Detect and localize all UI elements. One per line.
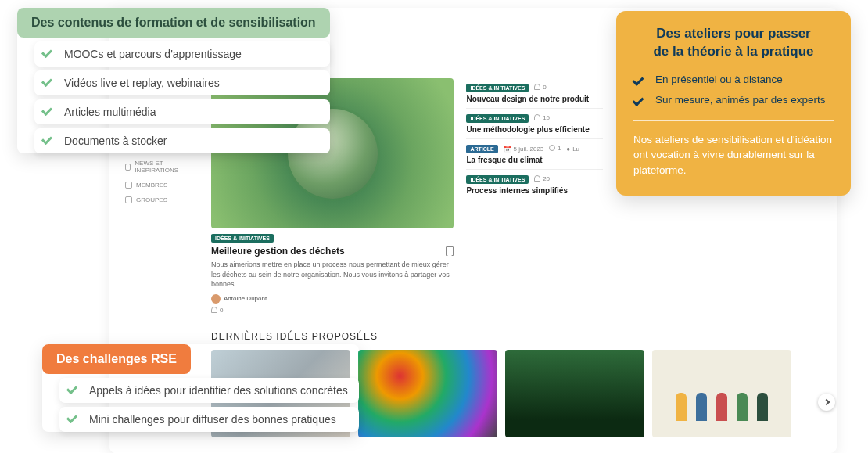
item-count: 20 bbox=[534, 175, 550, 182]
item-title: Process internes simplifiés bbox=[466, 186, 603, 195]
section-header: DERNIÈRES IDÉES PROPOSÉES bbox=[211, 331, 829, 342]
category-tag: IDÉES & INITIATIVES bbox=[466, 84, 529, 92]
check-icon bbox=[67, 383, 81, 397]
users-icon bbox=[534, 175, 540, 182]
check-icon bbox=[67, 412, 81, 426]
item-date: 📅 5 juil. 2023 bbox=[504, 146, 544, 153]
sidebar-item-news[interactable]: NEWS ET INSPIRATIONS bbox=[109, 156, 199, 178]
check-icon bbox=[42, 76, 56, 90]
groups-icon bbox=[125, 196, 132, 203]
news-icon bbox=[125, 164, 131, 171]
formation-header: Des contenus de formation et de sensibil… bbox=[17, 8, 330, 38]
users-icon bbox=[211, 307, 217, 313]
side-list-item[interactable]: IDÉES & INITIATIVES 16 Une méthodologie … bbox=[466, 109, 603, 139]
side-list-item[interactable]: ARTICLE 📅 5 juil. 2023 1 ● Lu La fresque… bbox=[466, 139, 603, 170]
side-list: IDÉES & INITIATIVES 0 Nouveau design de … bbox=[466, 78, 603, 200]
category-tag: ARTICLE bbox=[466, 145, 497, 153]
workshops-item-label: Sur mesure, animés par des experts bbox=[655, 94, 826, 106]
item-title: La fresque du climat bbox=[466, 156, 603, 164]
eye-icon bbox=[549, 145, 555, 151]
workshops-title: Des ateliers pour passer de la théorie à… bbox=[633, 25, 834, 61]
formation-item: Articles multimédia bbox=[34, 99, 330, 124]
featured-title: Meilleure gestion des déchets bbox=[211, 246, 454, 257]
sidebar-item-members[interactable]: MEMBRES bbox=[109, 178, 199, 192]
idea-card[interactable] bbox=[652, 350, 791, 437]
category-tag: IDÉES & INITIATIVES bbox=[466, 114, 529, 123]
idea-card[interactable] bbox=[505, 350, 644, 437]
overlay-formation: Des contenus de formation et de sensibil… bbox=[17, 8, 330, 153]
item-count: 0 bbox=[534, 84, 546, 91]
featured-card: IDÉES & INITIATIVES Meilleure gestion de… bbox=[211, 233, 454, 314]
overlay-workshops: Des ateliers pour passer de la théorie à… bbox=[616, 11, 851, 196]
check-icon bbox=[42, 105, 56, 119]
sidebar-item-groups[interactable]: GROUPES bbox=[109, 192, 199, 207]
formation-item-label: MOOCs et parcours d'apprentissage bbox=[64, 48, 242, 60]
featured-count: 0 bbox=[211, 307, 454, 314]
check-icon bbox=[633, 74, 647, 88]
sidebar-label: GROUPES bbox=[136, 196, 167, 203]
challenges-item-label: Mini challenges pour diffuser des bonnes… bbox=[89, 413, 336, 426]
idea-card[interactable] bbox=[358, 350, 497, 437]
chevron-right-icon bbox=[823, 399, 830, 405]
workshops-item-label: En présentiel ou à distance bbox=[655, 74, 783, 85]
item-views: 1 bbox=[549, 145, 561, 152]
workshops-list: En présentiel ou à distance Sur mesure, … bbox=[633, 74, 834, 108]
challenges-item: Mini challenges pour diffuser des bonnes… bbox=[59, 407, 359, 432]
formation-item: Documents à stocker bbox=[34, 128, 330, 153]
users-icon bbox=[534, 84, 540, 90]
users-icon bbox=[534, 114, 540, 120]
item-title: Nouveau design de notre produit bbox=[466, 95, 603, 103]
item-title: Une méthodologie plus efficiente bbox=[466, 125, 603, 134]
sidebar-label: MEMBRES bbox=[136, 182, 167, 189]
featured-author[interactable]: Antoine Dupont bbox=[211, 294, 454, 304]
side-list-item[interactable]: IDÉES & INITIATIVES 0 Nouveau design de … bbox=[466, 78, 603, 109]
category-tag: IDÉES & INITIATIVES bbox=[466, 175, 529, 184]
workshops-body: Nos ateliers de sensibilisation et d'idé… bbox=[633, 132, 834, 178]
challenges-item: Appels à idées pour identifier des solut… bbox=[59, 378, 359, 403]
members-icon bbox=[125, 182, 132, 189]
item-read: ● Lu bbox=[566, 146, 579, 153]
featured-body: Nous aimerions mettre en place un proces… bbox=[211, 260, 454, 289]
formation-item: MOOCs et parcours d'apprentissage bbox=[34, 41, 330, 67]
carousel-next-button[interactable] bbox=[818, 394, 835, 411]
check-icon bbox=[633, 94, 647, 108]
formation-item-label: Documents à stocker bbox=[64, 135, 167, 147]
challenges-item-label: Appels à idées pour identifier des solut… bbox=[89, 384, 348, 397]
check-icon bbox=[42, 134, 56, 148]
challenges-list: Appels à idées pour identifier des solut… bbox=[42, 378, 359, 432]
workshops-item: Sur mesure, animés par des experts bbox=[633, 94, 834, 108]
workshops-item: En présentiel ou à distance bbox=[633, 74, 834, 88]
category-tag: IDÉES & INITIATIVES bbox=[211, 234, 274, 243]
formation-item-label: Articles multimédia bbox=[64, 106, 156, 118]
check-icon bbox=[42, 47, 56, 61]
bookmark-icon[interactable] bbox=[446, 246, 454, 256]
challenges-header: Des challenges RSE bbox=[42, 344, 191, 374]
divider bbox=[633, 120, 834, 121]
formation-list: MOOCs et parcours d'apprentissage Vidéos… bbox=[17, 41, 330, 153]
sidebar-label: NEWS ET INSPIRATIONS bbox=[135, 160, 191, 174]
avatar bbox=[211, 294, 221, 304]
formation-item-label: Vidéos live et replay, webinaires bbox=[64, 77, 220, 89]
overlay-challenges: Des challenges RSE Appels à idées pour i… bbox=[42, 344, 359, 432]
people-illustration bbox=[671, 366, 773, 421]
formation-item: Vidéos live et replay, webinaires bbox=[34, 70, 330, 95]
side-list-item[interactable]: IDÉES & INITIATIVES 20 Process internes … bbox=[466, 170, 603, 200]
item-count: 16 bbox=[534, 114, 550, 121]
